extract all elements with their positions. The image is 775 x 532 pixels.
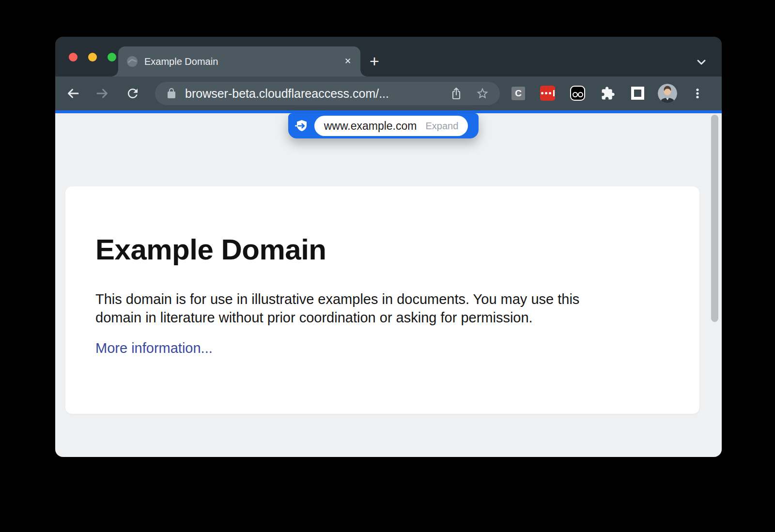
page-viewport: www.example.com Expand Example Domain Th…: [55, 113, 722, 457]
reload-button[interactable]: [124, 85, 141, 102]
tab-close-icon[interactable]: ✕: [342, 56, 354, 67]
bookmark-star-icon[interactable]: [476, 87, 489, 100]
browser-menu-icon[interactable]: [690, 86, 705, 101]
lock-icon[interactable]: [166, 88, 177, 99]
vertical-scrollbar-thumb[interactable]: [711, 115, 718, 322]
zoom-window-button[interactable]: [108, 53, 116, 61]
back-button[interactable]: [64, 85, 81, 102]
extensions-puzzle-icon[interactable]: [601, 86, 615, 101]
extension-goggles-icon[interactable]: [570, 86, 585, 101]
tab-title: Example Domain: [144, 46, 218, 76]
profile-avatar[interactable]: [658, 84, 677, 103]
minimize-window-button[interactable]: [88, 53, 97, 61]
extension-password-manager-icon[interactable]: [540, 86, 555, 101]
isolation-url-pill[interactable]: www.example.com Expand: [314, 116, 468, 136]
url-text[interactable]: browser-beta.cloudflareaccess.com/...: [185, 87, 444, 101]
tab-example-domain[interactable]: Example Domain ✕: [118, 46, 360, 76]
extension-c-icon[interactable]: C: [512, 87, 525, 100]
globe-favicon-icon: [127, 56, 138, 67]
forward-button[interactable]: [94, 85, 111, 102]
browser-toolbar: browser-beta.cloudflareaccess.com/... C: [55, 76, 722, 110]
isolated-domain-text: www.example.com: [324, 120, 417, 133]
isolation-domain-pill[interactable]: www.example.com Expand: [288, 113, 479, 138]
share-icon[interactable]: [450, 87, 463, 100]
browser-window: Example Domain ✕ + brows: [55, 37, 722, 457]
page-body-text: This domain is for use in illustrative e…: [95, 290, 677, 327]
expand-button[interactable]: Expand: [425, 121, 458, 132]
address-bar[interactable]: browser-beta.cloudflareaccess.com/...: [155, 82, 500, 105]
tab-search-chevron-icon[interactable]: [694, 54, 709, 70]
extension-frame-icon[interactable]: [631, 87, 644, 100]
tab-strip: Example Domain ✕ +: [55, 37, 722, 76]
example-domain-card: Example Domain This domain is for use in…: [65, 186, 699, 414]
close-window-button[interactable]: [69, 53, 78, 61]
new-tab-button[interactable]: +: [364, 51, 385, 72]
desktop-background: Example Domain ✕ + brows: [0, 0, 775, 532]
more-information-link[interactable]: More information...: [95, 340, 213, 356]
shield-arrow-icon: [295, 119, 309, 133]
page-title: Example Domain: [95, 233, 326, 266]
